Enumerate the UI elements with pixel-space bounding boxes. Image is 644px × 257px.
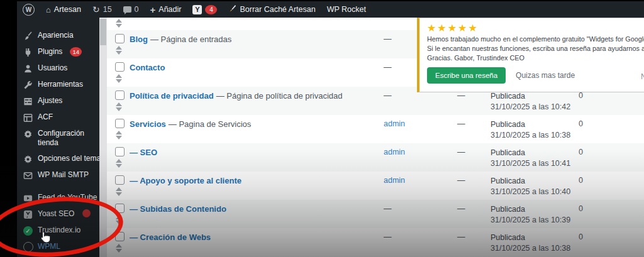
sidebar-item-acf[interactable]: ACF: [17, 109, 99, 126]
page-title-link[interactable]: Servicios: [130, 119, 166, 129]
acf-grid-icon: [23, 112, 33, 123]
sidebar-item-plugins[interactable]: Plugins 14: [17, 44, 99, 60]
table-row: — Apoyo y soporte al cliente admin — Pub…: [107, 172, 644, 200]
row-checkbox[interactable]: [115, 90, 125, 100]
notice-text-line1: Hemos trabajado mucho en el complemento …: [427, 35, 644, 44]
wp-rocket-menu[interactable]: WP Rocket: [321, 1, 372, 18]
row-checkbox[interactable]: [115, 175, 125, 185]
wordpress-logo-icon: W: [23, 4, 35, 16]
status-label: Publicada: [491, 176, 570, 187]
comments-cell: —: [457, 91, 465, 100]
page-title-link[interactable]: Blog: [130, 35, 148, 44]
plugins-update-badge: 14: [70, 47, 82, 57]
sidebar-item-label: Plugins: [38, 47, 62, 57]
dismiss-link[interactable]: No r: [641, 72, 644, 81]
yoast-notification-dot: [82, 209, 91, 217]
table-row: Servicios— Pagina de Servicios admin — P…: [107, 115, 644, 143]
page-title-link[interactable]: — Creación de Webs: [130, 232, 211, 242]
notice-text-line2: Si le encantan nuestras funciones, escri…: [427, 45, 644, 53]
sidebar-item-label: WP Mail SMTP: [38, 170, 89, 180]
page-title-link[interactable]: — Subidas de Contenido: [130, 204, 226, 214]
sidebar-item-usuarios[interactable]: Usuarios: [17, 60, 99, 77]
sidebar-item-yoast-seo[interactable]: Yoast SEO: [17, 206, 99, 222]
author-cell: —: [384, 91, 392, 100]
reorder-handle[interactable]: [116, 102, 122, 111]
author-cell: —: [384, 63, 392, 72]
reorder-handle[interactable]: [116, 74, 122, 83]
sidebar-item-wpml[interactable]: WPML: [17, 239, 99, 255]
author-cell: —: [384, 204, 392, 213]
comments-cell: —: [457, 176, 465, 185]
sidebar-item-trustindex[interactable]: ✓ Trustindex.io: [17, 222, 99, 239]
author-link[interactable]: admin: [384, 176, 405, 185]
site-menu[interactable]: ⌂ Artesan: [40, 1, 87, 18]
row-checkbox[interactable]: [115, 62, 125, 72]
sidebar-item-apariencia[interactable]: Apariencia: [17, 28, 99, 44]
admin-sidebar: Apariencia Plugins 14 Usuarios Herramien…: [17, 18, 99, 257]
admin-bar: W ⌂ Artesan ↻ 15 0 + Añadir Y 4 Borrar C…: [17, 1, 644, 18]
yoast-menu[interactable]: Y 4: [187, 1, 223, 18]
author-cell: —: [384, 35, 392, 43]
wp-logo-menu[interactable]: W: [17, 1, 40, 18]
date-cell: Publicada31/10/2025 a las 10:39: [491, 204, 570, 226]
author-link[interactable]: admin: [384, 119, 405, 128]
sidebar-item-label: Trustindex.io: [38, 226, 80, 235]
reorder-handle[interactable]: [116, 131, 122, 139]
yoast-icon: [23, 209, 33, 219]
date-value: 31/10/2025 a las 10:38: [491, 243, 570, 254]
envelope-icon: [23, 170, 33, 180]
page-subtitle: — Pagina de Servicios: [169, 119, 252, 129]
yoast-icon: Y: [192, 5, 202, 14]
date-value: 31/10/2025 a las 10:40: [491, 187, 570, 197]
sidebar-item-label: Apariencia: [38, 31, 74, 40]
plus-icon: +: [150, 4, 156, 15]
comments-menu[interactable]: 0: [118, 1, 145, 18]
page-title-link[interactable]: — SEO: [130, 148, 157, 157]
user-icon: [23, 63, 33, 74]
sidebar-item-configuracion-tienda[interactable]: Configuración tienda: [17, 126, 99, 151]
count-cell: 0: [579, 176, 583, 185]
sidebar-item-feed-de-youtube[interactable]: Feed de YouTube: [17, 190, 99, 206]
status-label: Publicada: [491, 119, 570, 130]
maybe-later-link[interactable]: Quizas mas tarde: [516, 71, 575, 80]
date-cell: Publicada31/10/2025 a las 10:38: [491, 232, 570, 254]
date-cell: Publicada31/10/2025 a las 10:38: [491, 119, 570, 141]
trustindex-review-notice: ★★★★★ Hemos trabajado mucho en el comple…: [417, 18, 644, 92]
reorder-handle[interactable]: [116, 19, 122, 28]
page-title-link[interactable]: — Apoyo y soporte al cliente: [130, 176, 242, 185]
sidebar-item-label: Ajustes: [38, 96, 62, 106]
scrollbar-thumb[interactable]: [100, 19, 106, 45]
sidebar-item-label: Herramientas: [38, 80, 83, 89]
sidebar-item-ajustes[interactable]: Ajustes: [17, 93, 99, 109]
sidebar-item-opciones-del-tema[interactable]: Opciones del tema: [17, 151, 99, 167]
date-cell: Publicada31/10/2025 a las 10:42: [491, 91, 570, 112]
updates-count: 15: [103, 5, 112, 14]
page-title-link[interactable]: Política de privacidad: [130, 91, 214, 101]
new-content-menu[interactable]: + Añadir: [145, 1, 187, 18]
wp-rocket-label: WP Rocket: [327, 5, 366, 14]
reorder-handle[interactable]: [116, 244, 122, 253]
row-checkbox[interactable]: [115, 232, 125, 241]
row-checkbox[interactable]: [115, 204, 125, 213]
reorder-handle[interactable]: [116, 159, 122, 168]
clear-cache-menu[interactable]: Borrar Caché Artesan: [223, 1, 321, 18]
author-link[interactable]: admin: [384, 148, 405, 156]
count-cell: 0: [579, 204, 583, 213]
row-checkbox[interactable]: [115, 34, 125, 43]
sidebar-item-label: Feed de YouTube: [38, 193, 97, 202]
cache-brush-icon: [228, 4, 236, 14]
reorder-handle[interactable]: [116, 46, 122, 55]
sidebar-item-herramientas[interactable]: Herramientas: [17, 77, 99, 93]
write-review-button[interactable]: Escribe una reseña: [427, 67, 506, 84]
page-title-link[interactable]: Contacto: [130, 63, 165, 72]
row-checkbox[interactable]: [115, 119, 125, 128]
sidebar-item-wp-mail-smtp[interactable]: WP Mail SMTP: [17, 167, 99, 183]
table-row: — Subidas de Contenido — — Publicada31/1…: [107, 200, 644, 228]
status-label: Publicada: [491, 91, 570, 102]
site-name: Artesan: [54, 5, 81, 14]
reorder-handle[interactable]: [116, 216, 122, 224]
count-cell: 0: [579, 232, 583, 241]
reorder-handle[interactable]: [116, 187, 122, 196]
updates-menu[interactable]: ↻ 15: [87, 1, 118, 18]
row-checkbox[interactable]: [115, 147, 125, 156]
